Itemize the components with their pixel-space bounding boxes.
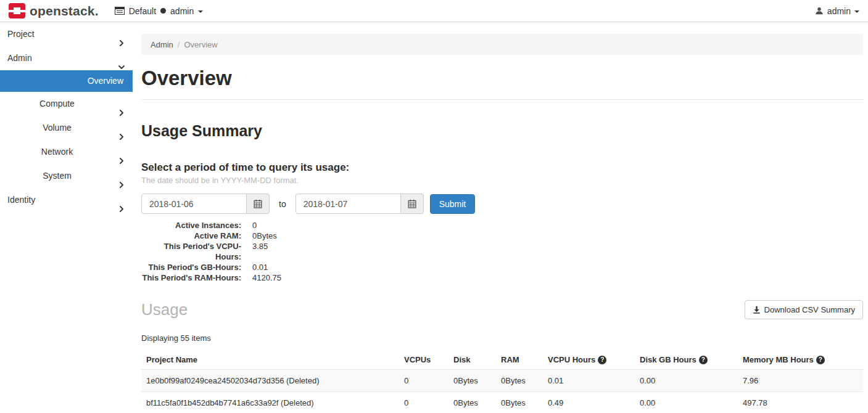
cell-ram: 0Bytes xyxy=(496,370,543,392)
stat-label: This Period's RAM-Hours: xyxy=(141,272,241,283)
user-icon xyxy=(815,7,824,15)
col-ram: RAM xyxy=(496,350,543,370)
sidebar-item-label: Compute xyxy=(39,99,75,108)
stat-value: 0 xyxy=(252,220,257,231)
stat-label: Active Instances: xyxy=(141,220,241,231)
domain-project-switcher[interactable]: Default admin xyxy=(115,6,204,16)
brand-text: openstack. xyxy=(30,4,99,18)
col-disk-gb-hours: Disk GB Hours xyxy=(635,350,738,370)
sidebar-item-system[interactable]: System xyxy=(0,164,133,188)
column-label: Project Name xyxy=(146,355,197,364)
user-menu[interactable]: admin xyxy=(815,6,859,16)
cell-disk: 0Bytes xyxy=(448,392,496,413)
sidebar-item-project[interactable]: Project xyxy=(0,22,133,46)
breadcrumb: Admin / Overview xyxy=(141,34,863,55)
cell-vcpu-hours: 0.49 xyxy=(543,392,635,413)
download-csv-label: Download CSV Summary xyxy=(764,305,855,314)
cell-ram: 0Bytes xyxy=(496,392,543,413)
usage-date-form: to Submit xyxy=(141,194,863,214)
sidebar-item-label: Network xyxy=(41,147,73,157)
sidebar-item-overview[interactable]: Overview xyxy=(0,70,133,92)
download-icon xyxy=(753,306,761,314)
caret-down-icon xyxy=(198,10,203,13)
sidebar-item-network[interactable]: Network xyxy=(0,140,133,164)
project-label: admin xyxy=(170,6,194,16)
caret-down-icon xyxy=(854,10,859,13)
sidebar-item-label: System xyxy=(43,171,72,181)
items-count: Displaying 55 items xyxy=(141,333,863,343)
submit-button[interactable]: Submit xyxy=(430,194,476,214)
download-csv-button[interactable]: Download CSV Summary xyxy=(745,300,863,319)
help-question-icon[interactable] xyxy=(816,356,825,364)
to-label: to xyxy=(279,199,286,209)
column-label: Disk xyxy=(453,355,470,364)
sidebar-item-label: Project xyxy=(7,29,35,39)
sidebar-item-label: Overview xyxy=(88,76,123,86)
help-question-icon[interactable] xyxy=(699,356,708,364)
domain-list-icon xyxy=(115,7,125,15)
page-title: Overview xyxy=(141,67,863,90)
cell-project-name: bf11c5fa0f1b452db4b7741a6c33a92f (Delete… xyxy=(141,392,399,413)
col-memory-mb-hours: Memory MB Hours xyxy=(738,350,863,370)
sidebar-item-label: Volume xyxy=(43,123,72,133)
top-navbar: openstack. Default admin admin xyxy=(0,0,868,22)
column-label: VCPU Hours xyxy=(548,355,595,364)
date-from-group xyxy=(141,194,270,214)
stat-active-instances: Active Instances: 0 xyxy=(141,220,863,231)
col-project-name: Project Name xyxy=(141,350,399,370)
cell-disk-gb-hours: 0.00 xyxy=(635,392,738,413)
sidebar: Project Admin Overview Compute Volume Ne… xyxy=(0,22,133,212)
col-vcpus: VCPUs xyxy=(399,350,448,370)
cell-vcpus: 0 xyxy=(399,392,448,413)
stat-label: This Period's GB-Hours: xyxy=(141,262,241,272)
stat-value: 0Bytes xyxy=(252,231,277,241)
date-format-hint: The date should be in YYYY-MM-DD format. xyxy=(141,176,863,185)
sidebar-item-label: Identity xyxy=(7,195,35,205)
domain-label: Default xyxy=(129,6,156,16)
breadcrumb-separator: / xyxy=(178,40,180,49)
stat-value: 0.01 xyxy=(252,262,268,272)
content-area: Admin / Overview Overview Usage Summary … xyxy=(133,22,868,413)
usage-summary-heading: Usage Summary xyxy=(141,122,863,140)
title-divider xyxy=(141,99,863,100)
separator-dot-icon xyxy=(160,8,166,14)
sidebar-item-compute[interactable]: Compute xyxy=(0,92,133,116)
date-from-input[interactable] xyxy=(141,194,247,214)
cell-memory-mb-hours: 7.96 xyxy=(738,370,863,392)
stat-vcpu-hours: This Period's VCPU-Hours: 3.85 xyxy=(141,241,863,262)
sidebar-item-admin[interactable]: Admin xyxy=(0,46,133,70)
cell-vcpus: 0 xyxy=(399,370,448,392)
sidebar-item-volume[interactable]: Volume xyxy=(0,116,133,140)
usage-heading: Usage xyxy=(141,300,188,319)
stat-label: Active RAM: xyxy=(141,231,241,241)
column-label: Memory MB Hours xyxy=(743,355,814,364)
col-vcpu-hours: VCPU Hours xyxy=(543,350,635,370)
cell-disk-gb-hours: 0.00 xyxy=(635,370,738,392)
main-layout: Project Admin Overview Compute Volume Ne… xyxy=(0,22,868,413)
openstack-logo-icon xyxy=(9,3,25,18)
openstack-brand-link[interactable]: openstack. xyxy=(9,3,99,18)
cell-vcpu-hours: 0.01 xyxy=(543,370,635,392)
date-to-input[interactable] xyxy=(296,194,401,214)
table-row: 1e0b0f99af0249cea24502034d73d356 (Delete… xyxy=(141,370,863,392)
app-root: openstack. Default admin admin Project xyxy=(0,0,868,413)
table-header-row: Project Name VCPUs Disk RAM VCPU Hours D… xyxy=(141,350,863,370)
usage-section-header: Usage Download CSV Summary xyxy=(141,300,863,319)
sidebar-item-identity[interactable]: Identity xyxy=(0,188,133,212)
date-to-group xyxy=(296,194,424,214)
breadcrumb-admin-link[interactable]: Admin xyxy=(151,40,173,49)
calendar-icon[interactable] xyxy=(401,194,424,214)
col-disk: Disk xyxy=(448,350,496,370)
calendar-icon[interactable] xyxy=(247,194,270,214)
table-row: bf11c5fa0f1b452db4b7741a6c33a92f (Delete… xyxy=(141,392,863,413)
column-label: Disk GB Hours xyxy=(640,355,696,364)
usage-table: Project Name VCPUs Disk RAM VCPU Hours D… xyxy=(141,350,863,413)
stat-label: This Period's VCPU-Hours: xyxy=(141,241,241,262)
breadcrumb-current: Overview xyxy=(184,40,217,49)
stat-value: 4120.75 xyxy=(252,272,281,283)
help-question-icon[interactable] xyxy=(598,356,606,364)
column-label: VCPUs xyxy=(404,355,431,364)
date-range-prompt: Select a period of time to query its usa… xyxy=(141,162,863,174)
sidebar-item-label: Admin xyxy=(7,53,32,63)
stat-value: 3.85 xyxy=(252,241,268,262)
